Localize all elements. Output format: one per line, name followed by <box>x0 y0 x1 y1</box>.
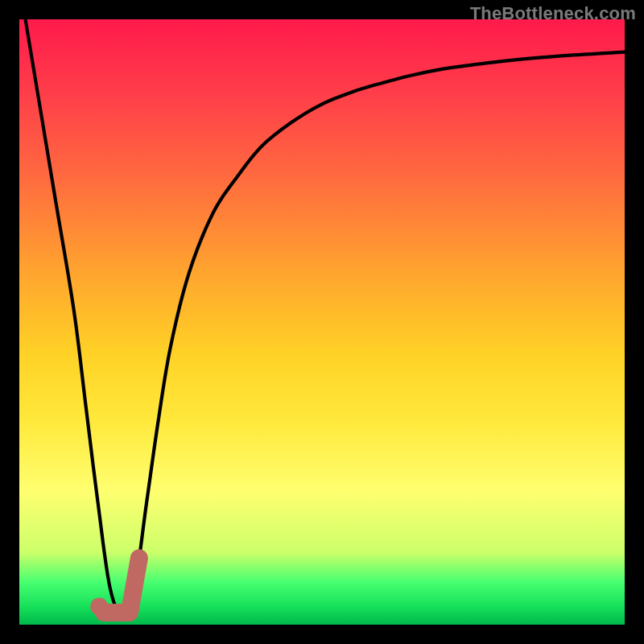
selected-point-dot <box>90 597 108 615</box>
bottleneck-curve <box>26 19 625 613</box>
watermark-label: TheBottleneck.com <box>470 3 636 24</box>
plot-area <box>19 19 625 625</box>
chart-frame: TheBottleneck.com <box>0 0 644 644</box>
plot-svg <box>19 19 625 625</box>
